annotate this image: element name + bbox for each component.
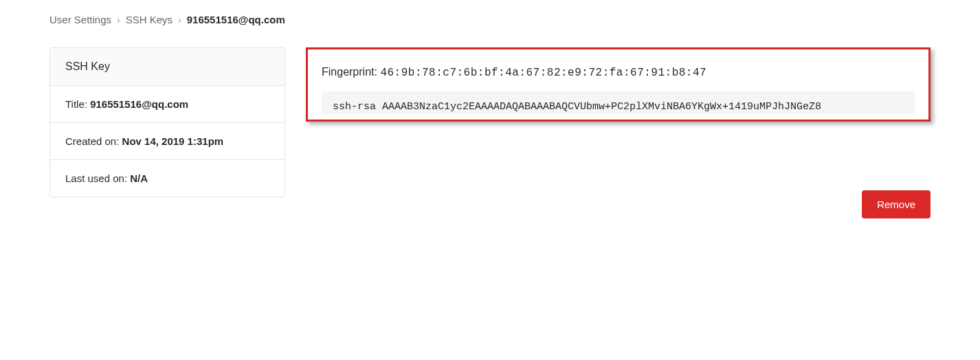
detail-value: 916551516@qq.com	[90, 98, 188, 110]
ssh-key-text[interactable]: ssh-rsa AAAAB3NzaC1yc2EAAAADAQABAAABAQCV…	[322, 91, 915, 114]
breadcrumb-user-settings[interactable]: User Settings	[49, 14, 111, 25]
fingerprint-label: Fingerprint:	[322, 66, 380, 78]
breadcrumb-ssh-keys[interactable]: SSH Keys	[126, 14, 172, 25]
breadcrumb: User Settings › SSH Keys › 916551516@qq.…	[49, 14, 931, 25]
chevron-right-icon: ›	[178, 14, 181, 25]
breadcrumb-current: 916551516@qq.com	[187, 14, 285, 25]
detail-value: Nov 14, 2019 1:31pm	[122, 135, 224, 147]
remove-button[interactable]: Remove	[862, 190, 931, 218]
detail-value: N/A	[130, 172, 148, 184]
panel-header: SSH Key	[50, 48, 285, 86]
detail-label: Created on:	[65, 135, 122, 147]
fingerprint-line: Fingerprint: 46:9b:78:c7:6b:bf:4a:67:82:…	[322, 66, 915, 79]
detail-label: Title:	[65, 98, 90, 110]
detail-label: Last used on:	[65, 172, 130, 184]
fingerprint-value: 46:9b:78:c7:6b:bf:4a:67:82:e9:72:fa:67:9…	[380, 67, 706, 79]
ssh-key-details-panel: SSH Key Title: 916551516@qq.com Created …	[49, 47, 285, 197]
ssh-key-content: Fingerprint: 46:9b:78:c7:6b:bf:4a:67:82:…	[306, 47, 931, 218]
detail-row-created: Created on: Nov 14, 2019 1:31pm	[50, 123, 285, 160]
detail-row-title: Title: 916551516@qq.com	[50, 86, 285, 123]
detail-row-last-used: Last used on: N/A	[50, 160, 285, 196]
highlighted-key-box: Fingerprint: 46:9b:78:c7:6b:bf:4a:67:82:…	[306, 47, 931, 122]
chevron-right-icon: ›	[117, 14, 120, 25]
